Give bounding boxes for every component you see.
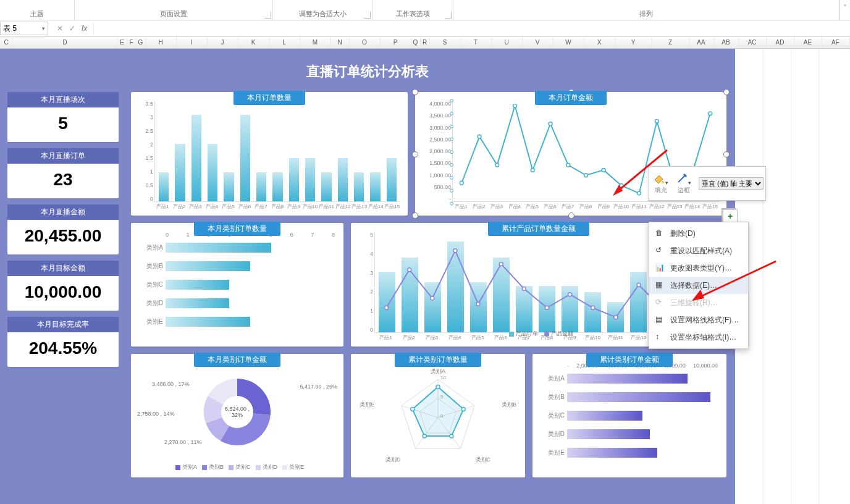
chart-title: 累计产品订单数量金额 [488,222,589,236]
sheet-area: 直播订单统计分析表 本月直播场次5本月直播订单23本月直播金额20,455.00… [0,49,850,504]
svg-point-27 [453,249,457,253]
kpi-value: 23 [7,164,119,198]
pie-label: 3,486.00 , 17% [152,381,190,387]
kpi-value: 204.55% [7,332,119,367]
svg-point-22 [450,112,453,115]
svg-line-53 [616,150,667,192]
kpi-value: 5 [7,107,119,142]
kpi-card: 本月目标完成率204.55% [7,317,119,367]
chart-title: 累计类别订单数量 [395,353,481,367]
svg-point-16 [450,189,453,192]
kpi-card: 本月直播场次5 [7,92,119,142]
svg-point-44 [436,385,440,388]
chart-cumulative-category-qty[interactable]: 累计类别订单数量 0510 类别A 类别B 类别C 类别D 类别E [351,354,525,477]
svg-point-3 [513,104,517,107]
svg-point-46 [450,434,453,438]
svg-text:10: 10 [440,375,446,380]
chart-cumulative-category-amount[interactable]: 累计类别订单金额 -2,000.004,000.006,000.008,000.… [532,354,726,477]
outline-icon[interactable] [676,172,688,185]
name-box[interactable]: 表 5 ▾ [0,22,48,35]
axis-icon: ↕ [655,332,665,342]
select-icon: ▦ [655,280,665,290]
kpi-column: 本月直播场次5本月直播订单23本月直播金额20,455.00本月目标金额10,0… [7,92,119,373]
svg-point-26 [431,296,434,300]
svg-point-21 [450,125,453,128]
ribbon-group-sheet-options[interactable]: 工作表选项 [372,0,453,20]
axis-select[interactable]: 垂直 (值) 轴 主要 [699,177,764,190]
kpi-value: 20,455.00 [7,220,119,254]
context-menu-item[interactable]: ▤设置网格线格式(F)… [649,311,748,329]
chart-category-qty[interactable]: 本月类别订单数量 012345678 类别A类别B类别C类别D类别E [131,223,343,346]
reset-icon: ↺ [655,246,665,256]
svg-point-45 [461,408,465,411]
formula-input[interactable] [93,22,850,35]
column-headers[interactable]: CDEFGHIJKLMNOPQRSTUVWXYZAAABACADAEAF [0,37,850,49]
chart-month-qty[interactable]: 本月订单数量 3.532.521.510.50 产品1产品2产品3产品4产品5产… [131,92,408,216]
formula-buttons: ✕ ✓ fx [51,24,93,33]
context-menu-item[interactable]: 🗑删除(D) [649,225,748,242]
kpi-header: 本月直播订单 [7,148,119,164]
pie-label: 2,270.00 , 11% [164,439,202,445]
chart-title: 本月订单金额 [535,91,607,105]
svg-point-18 [450,164,453,167]
ribbon-collapse-icon[interactable]: ˄ [839,0,850,20]
svg-point-14 [709,112,712,116]
svg-line-55 [697,261,776,298]
ribbon-group-arrange[interactable]: 排列 [453,0,839,20]
kpi-header: 本月目标完成率 [7,317,119,332]
ribbon: 主题 页面设置 调整为合适大小 工作表选项 排列 ˄ [0,0,850,20]
svg-point-11 [655,119,659,123]
svg-point-1 [478,135,481,138]
kpi-header: 本月直播金额 [7,204,119,220]
svg-point-34 [614,316,618,319]
rotate-icon: ⟳ [655,298,665,308]
annotation-arrow [605,148,673,203]
fx-icon[interactable]: fx [82,24,87,33]
pie-label: 5,417.00 , 26% [300,384,337,390]
chart-legend: 类别A类别B类别C类别D类别E [133,463,341,471]
pie-center-label: 6,524.00 , 32% [219,406,256,418]
svg-point-6 [566,163,570,167]
svg-point-30 [522,287,526,291]
kpi-header: 本月直播场次 [7,92,119,107]
svg-marker-56 [692,290,704,301]
svg-point-24 [385,306,389,309]
ribbon-group-theme[interactable]: 主题 [0,0,75,20]
cancel-icon[interactable]: ✕ [57,24,63,33]
chart-title: 累计类别订单金额 [586,353,673,367]
chart-title: 本月订单数量 [234,91,305,105]
svg-point-19 [450,151,453,154]
svg-point-7 [584,174,588,177]
chart-title: 本月类别订单数量 [194,222,280,236]
chart-icon: 📊 [655,263,665,273]
pie-label: 2,758.00 , 14% [137,411,175,417]
context-menu-item[interactable]: ↕设置坐标轴格式(I)… [649,329,748,346]
grid-icon: ▤ [655,315,665,325]
ribbon-group-scale[interactable]: 调整为合适大小 [273,0,372,20]
svg-point-25 [408,268,411,272]
chevron-down-icon[interactable]: ▾ [42,25,45,32]
svg-point-31 [545,306,549,309]
kpi-header: 本月目标金额 [7,261,119,276]
name-box-value: 表 5 [3,23,17,34]
svg-point-32 [568,293,572,296]
kpi-card: 本月目标金额10,000.00 [7,261,119,311]
ribbon-group-page-setup[interactable]: 页面设置 [75,0,273,20]
dashboard: 直播订单统计分析表 本月直播场次5本月直播订单23本月直播金额20,455.00… [0,49,735,504]
outline-label: 边框 [676,186,691,195]
svg-point-4 [531,168,534,172]
kpi-card: 本月直播订单23 [7,148,119,198]
chart-category-amount[interactable]: 本月类别订单金额 6,524.00 , 32% 5,417.00 , 26% 2… [131,354,343,477]
context-menu-item[interactable]: ↺重设以匹配样式(A) [649,242,748,259]
confirm-icon[interactable]: ✓ [69,24,75,33]
svg-point-5 [549,122,552,126]
annotation-arrow [686,259,778,308]
svg-point-0 [460,181,463,185]
chart-title: 本月类别订单金额 [194,353,280,367]
svg-point-2 [495,163,499,167]
svg-point-23 [450,99,453,103]
svg-text:0: 0 [440,413,444,419]
svg-point-29 [499,262,503,266]
svg-point-17 [450,176,453,179]
svg-point-33 [591,306,595,309]
